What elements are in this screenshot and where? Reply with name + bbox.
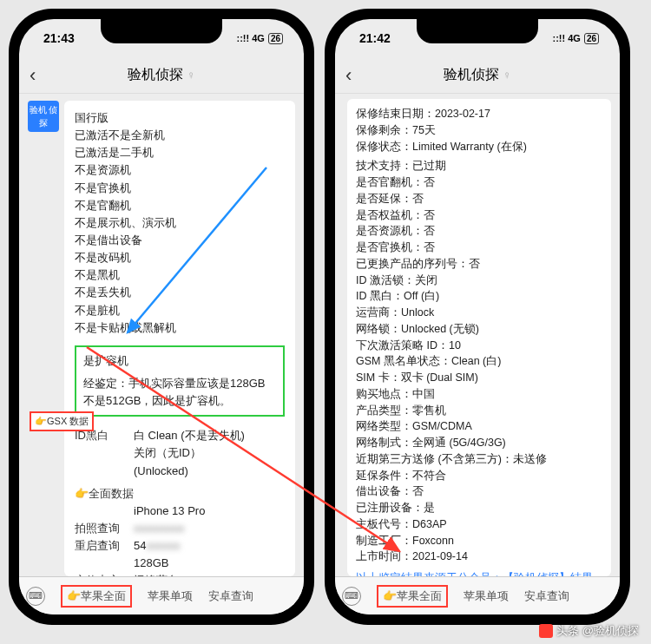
list-item: 已更换产品的序列号：否: [356, 256, 602, 273]
list-item: 已激活是二手机: [75, 144, 285, 161]
page-title: 验机侦探 ♀: [366, 66, 589, 84]
screen-left: 21:43 ::!! 4G 26 ‹ 验机侦探 ♀ 验机 侦探 国行版 已激活不…: [19, 19, 304, 614]
tab-android[interactable]: 安卓查询: [208, 588, 253, 604]
list-item: 不是改码机: [75, 249, 285, 266]
contact-icon: ♀: [503, 69, 511, 82]
list-item: 网络类型：GSM/CDMA: [356, 418, 602, 435]
list-item: 不是黑机: [75, 266, 285, 284]
list-item: 产品类型：零售机: [356, 403, 602, 419]
list-item: SIM 卡：双卡 (Dual SIM): [356, 370, 602, 386]
status-time: 21:43: [43, 31, 75, 45]
highlight-body: 经鉴定：手机实际容量应该是128GB不是512GB，因此是扩容机。: [83, 375, 276, 410]
list-item: 借出设备：否: [356, 483, 602, 500]
back-button[interactable]: ‹: [345, 64, 366, 87]
list-item: 运营商：Unlock: [356, 305, 602, 321]
keyboard-icon[interactable]: ⌨: [342, 587, 361, 606]
message-bubble: 国行版 已激活不是全新机 已激活是二手机 不是资源机 不是官换机 不是官翻机 不…: [64, 101, 295, 576]
phone-right: 21:42 ::!! 4G 26 ‹ 验机侦探 ♀ 保修结束日期：2023-02…: [325, 9, 630, 625]
highlight-box: 是扩容机 经鉴定：手机实际容量应该是128GB不是512GB，因此是扩容机。: [75, 345, 285, 417]
list-item: 是否官翻机：否: [356, 174, 602, 191]
page-title: 验机侦探 ♀: [50, 66, 273, 84]
list-item: 不是借出设备: [75, 232, 285, 249]
status-network: ::!! 4G 26: [552, 33, 599, 44]
list-item: 不是官翻机: [75, 197, 285, 214]
list-item: 购买地点：中国: [356, 386, 602, 403]
list-item: 国行版: [75, 109, 285, 127]
gsx-data-tag[interactable]: 👉GSX 数据: [30, 411, 94, 431]
status-network: ::!! 4G 26: [236, 33, 283, 44]
tab-apple-full[interactable]: 👉苹果全面: [377, 585, 448, 608]
list-item: 下次激活策略 ID：10: [356, 338, 602, 354]
message-body[interactable]: 验机 侦探 国行版 已激活不是全新机 已激活是二手机 不是资源机 不是官换机 不…: [19, 94, 304, 576]
notch: [101, 19, 222, 43]
list-item: 已激活不是全新机: [75, 127, 285, 144]
list-item: 不是资源机: [75, 161, 285, 179]
list-item: 不是展示机、演示机: [75, 214, 285, 232]
keyboard-icon[interactable]: ⌨: [26, 587, 45, 606]
footer-tabs: ⌨ 👉苹果全面 苹果单项 安卓查询: [335, 576, 620, 614]
watermark: 头条 @验机侦探: [539, 623, 639, 639]
tab-apple-full[interactable]: 👉苹果全面: [61, 585, 132, 608]
list-item: 保修剩余：75天: [356, 122, 602, 139]
list-item: 不是丢失机: [75, 284, 285, 301]
list-item: 是否官换机：否: [356, 240, 602, 256]
list-item: 延保条件：不符合: [356, 468, 602, 484]
list-item: ID 黑白：Off (白): [356, 288, 602, 305]
list-item: 不是脏机: [75, 302, 285, 319]
screen-right: 21:42 ::!! 4G 26 ‹ 验机侦探 ♀ 保修结束日期：2023-02…: [335, 19, 620, 614]
full-data-link[interactable]: 👉全面数据: [75, 485, 146, 503]
back-button[interactable]: ‹: [30, 64, 50, 87]
highlight-title: 是扩容机: [83, 352, 276, 370]
list-item: 保修状态：Limited Warranty (在保): [356, 139, 602, 155]
toutiao-icon: [539, 624, 553, 638]
list-item: 已注册设备：是: [356, 500, 602, 516]
kv-list: ID黑白白 Clean (不是丢失机) 关闭（无ID） (Unlocked) 👉…: [75, 427, 285, 576]
tab-apple-single[interactable]: 苹果单项: [148, 588, 193, 604]
list-item: 不是官换机: [75, 180, 285, 197]
list-item: 上市时间：2021-09-14: [356, 549, 602, 565]
phone-left: 21:43 ::!! 4G 26 ‹ 验机侦探 ♀ 验机 侦探 国行版 已激活不…: [9, 9, 314, 625]
list-item: 网络制式：全网通 (5G/4G/3G): [356, 435, 602, 451]
list-item: ID 激活锁：关闭: [356, 273, 602, 289]
list-item: 近期第三方送修 (不含第三方)：未送修: [356, 451, 602, 468]
list-item: 网络锁：Unlocked (无锁): [356, 321, 602, 338]
contact-icon: ♀: [187, 69, 195, 82]
avatar[interactable]: 验机 侦探: [28, 101, 59, 132]
list-item: 是否权益机：否: [356, 207, 602, 224]
check-results-list: 国行版 已激活不是全新机 已激活是二手机 不是资源机 不是官换机 不是官翻机 不…: [75, 109, 285, 337]
status-time: 21:42: [359, 31, 391, 45]
header: ‹ 验机侦探 ♀: [335, 57, 620, 94]
list-item: 制造工厂：Foxconn: [356, 533, 602, 549]
list-item: GSM 黑名单状态：Clean (白): [356, 353, 602, 370]
tab-android[interactable]: 安卓查询: [524, 588, 569, 604]
tab-apple-single[interactable]: 苹果单项: [464, 588, 509, 604]
notch: [417, 19, 538, 43]
gsx-detail-list: 保修结束日期：2023-02-17 保修剩余：75天 保修状态：Limited …: [347, 99, 611, 576]
list-item: 主板代号：D63AP: [356, 516, 602, 533]
list-item: 技术支持：已过期: [356, 158, 602, 174]
list-item: 保修结束日期：2023-02-17: [356, 106, 602, 122]
list-item: 是否资源机：否: [356, 223, 602, 240]
header: ‹ 验机侦探 ♀: [19, 57, 304, 94]
footer-tabs: ⌨ 👉苹果全面 苹果单项 安卓查询: [19, 576, 304, 614]
list-item: 不是卡贴机或黑解机: [75, 319, 285, 337]
source-note: 以上鉴定结果来源于公众号：【验机侦探】结果有疑问请联系微信：: [356, 570, 602, 576]
message-body[interactable]: 保修结束日期：2023-02-17 保修剩余：75天 保修状态：Limited …: [335, 94, 620, 576]
list-item: 是否延保：否: [356, 191, 602, 207]
